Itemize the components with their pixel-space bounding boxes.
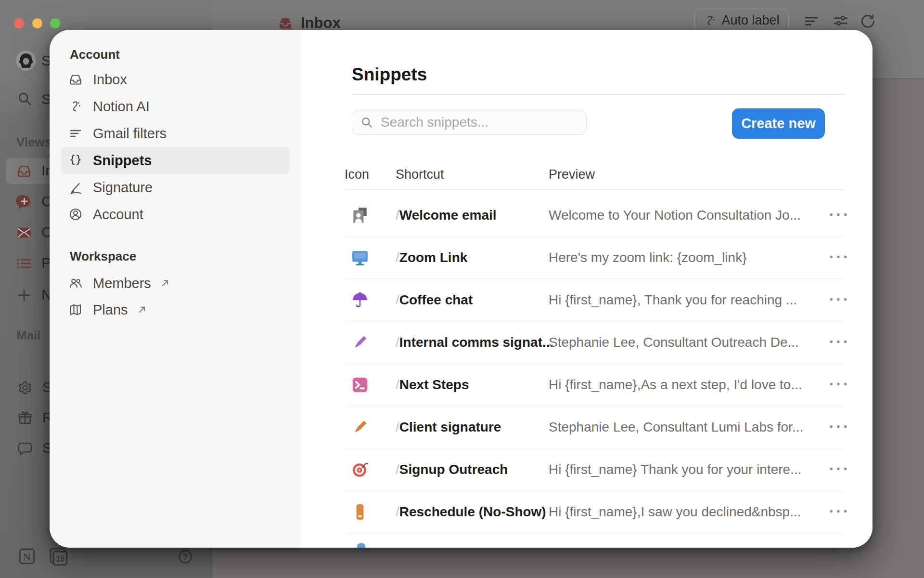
row-menu-button[interactable] (825, 249, 852, 266)
snippet-shortcut: /Next Steps (396, 377, 469, 393)
notion-ai-icon (68, 99, 83, 114)
sidebar-item-members[interactable]: Members (61, 270, 289, 297)
svg-text:15: 15 (56, 554, 64, 563)
row-menu-button[interactable] (825, 376, 852, 394)
gift-icon (17, 410, 33, 426)
create-new-button[interactable]: Create new (732, 108, 825, 139)
background-inbox-title: Inbox (278, 14, 341, 32)
help-icon[interactable]: ? (177, 549, 193, 565)
signature-icon (68, 180, 83, 195)
pen-icon (351, 418, 369, 436)
ellipsis-icon (828, 381, 848, 389)
ellipsis-icon (828, 338, 848, 347)
sidebar-item-inbox[interactable]: Inbox (61, 66, 289, 93)
page-title: Snippets (352, 65, 427, 85)
snippet-row[interactable]: /Next StepsHi {first_name},As a next ste… (301, 364, 873, 406)
snippet-preview: Hi {first_name} Thank you for your inter… (549, 462, 802, 477)
account-icon (68, 207, 83, 222)
minimize-button[interactable] (32, 18, 42, 28)
column-header-shortcut: Shortcut (396, 167, 444, 182)
snippet-preview: Hi {first_name},As a next step, I'd love… (549, 377, 802, 393)
slash-prefix: / (396, 420, 399, 434)
ellipsis-icon (828, 211, 848, 220)
terminal-icon (351, 376, 369, 394)
snippet-preview: Stephanie Lee, Consultant Lumi Labs for.… (549, 420, 803, 435)
row-menu-button[interactable] (825, 334, 852, 351)
snippet-row[interactable]: /Signup OutreachHi {first_name} Thank yo… (301, 448, 873, 491)
row-menu-button[interactable] (825, 503, 852, 521)
notebook-icon (351, 503, 369, 521)
snippet-row[interactable]: /Reschedule (No-Show)Hi {first_name},I s… (301, 491, 873, 533)
snippet-name: Coffee chat (399, 292, 473, 307)
slash-prefix: / (396, 208, 399, 223)
svg-text:?: ? (183, 552, 188, 562)
sidebar-item-label: Plans (93, 302, 128, 318)
search-input[interactable] (380, 114, 574, 131)
notion-logo-icon[interactable]: N (17, 547, 37, 566)
sidebar-item-label: Snippets (93, 153, 152, 169)
gear-icon (17, 380, 33, 396)
umbrella-icon (351, 291, 369, 309)
screen: Inbox Auto label S S Views InCCPN Mail S… (0, 0, 924, 578)
snippet-row[interactable]: /Coffee chatHi {first_name}, Thank you f… (301, 279, 873, 321)
snippet-name: Welcome email (399, 208, 497, 223)
sidebar-item-label: Gmail filters (93, 126, 167, 142)
sidebar-item-label: Inbox (93, 72, 127, 88)
inbox-icon (68, 72, 83, 87)
pen-icon (351, 333, 369, 352)
row-menu-button[interactable] (825, 419, 852, 436)
zoom-button[interactable] (50, 18, 60, 28)
avatar[interactable] (16, 51, 36, 71)
auto-label-button[interactable]: Auto label (694, 9, 789, 32)
target-icon (351, 460, 369, 479)
snippet-name: Reschedule (No-Show) (399, 504, 546, 519)
slash-prefix: / (396, 504, 399, 519)
snippet-row[interactable]: /Zoom LinkHere's my zoom link: {zoom_lin… (301, 236, 873, 279)
slash-prefix: / (396, 377, 399, 392)
search-icon (360, 116, 373, 129)
sidebar-item-label: Members (93, 276, 151, 291)
braces-icon (68, 153, 83, 168)
snippet-row[interactable]: /Internal comms signat...Stephanie Lee, … (301, 321, 873, 364)
snippet-row[interactable]: /Welcome emailWelcome to Your Notion Con… (301, 194, 873, 236)
sidebar-item-label: Account (93, 207, 143, 223)
settings-modal: AccountInboxNotion AIGmail filtersSnippe… (50, 30, 873, 548)
sliders-icon[interactable] (832, 12, 849, 29)
snippet-row[interactable]: /Client signatureStephanie Lee, Consulta… (301, 406, 873, 448)
filter-icon[interactable] (803, 13, 820, 30)
refresh-icon[interactable] (859, 13, 876, 30)
slash-prefix: / (396, 462, 399, 477)
snippet-preview: Stephanie Lee, Consultant Outreach De... (549, 335, 799, 350)
row-menu-button[interactable] (825, 291, 852, 309)
sidebar-item-plans[interactable]: Plans (61, 296, 289, 323)
snippet-search-box (352, 110, 587, 135)
list-icon (16, 255, 32, 272)
sidebar-item-notion-ai[interactable]: Notion AI (61, 93, 289, 120)
slash-prefix: / (396, 292, 399, 307)
plus-icon (16, 287, 32, 303)
auto-label-text: Auto label (721, 13, 779, 28)
ellipsis-icon (828, 253, 848, 262)
members-icon (68, 276, 83, 290)
sidebar-item-account[interactable]: Account (61, 201, 289, 228)
sidebar-item-signature[interactable]: Signature (61, 174, 289, 201)
ellipsis-icon (828, 423, 848, 432)
sidebar-item-label: Notion AI (93, 99, 150, 115)
snippet-table: /Welcome emailWelcome to Your Notion Con… (301, 189, 873, 548)
mail-section-label: Mail (16, 328, 41, 343)
close-button[interactable] (14, 18, 24, 28)
sidebar-section-label: Account (70, 47, 120, 62)
snippet-shortcut: /Client signature (396, 420, 501, 435)
snippet-shortcut: /Signup Outreach (396, 462, 508, 477)
sidebar-item-gmail-filters[interactable]: Gmail filters (61, 120, 289, 147)
filter-lines-icon (68, 126, 83, 141)
snippet-name: Signup Outreach (399, 462, 508, 477)
row-menu-button[interactable] (825, 461, 852, 478)
sidebar-item-label: Signature (93, 180, 153, 196)
background-toolbar-edge (873, 78, 924, 79)
search-icon[interactable] (16, 91, 33, 107)
row-menu-button[interactable] (825, 207, 852, 224)
calendar-icon[interactable]: 15 (48, 546, 69, 567)
sidebar-item-snippets[interactable]: Snippets (61, 147, 289, 174)
settings-main-panel: Snippets Create new Icon Shortcut Previe… (301, 30, 873, 548)
